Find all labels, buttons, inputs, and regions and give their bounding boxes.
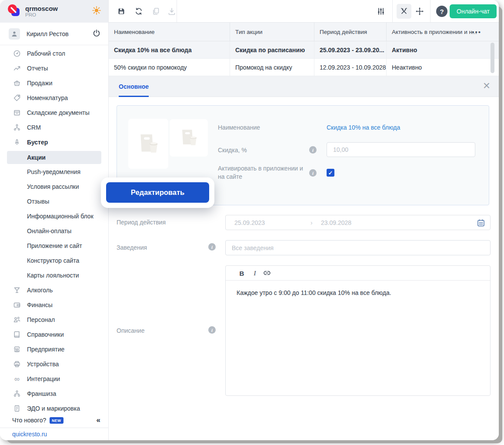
move-arrows-icon[interactable] (415, 7, 424, 16)
user-avatar-icon (9, 28, 20, 40)
storefront-icon (13, 345, 21, 353)
sidebar-item-promotions[interactable]: Акции (7, 151, 101, 164)
table-row[interactable]: 50% скидки по промокоду Промокод на скид… (109, 59, 499, 76)
activate-checkbox[interactable]: ✓ (327, 169, 334, 177)
whats-new-label: Что нового? (12, 417, 46, 424)
sidebar-item-crm[interactable]: CRM (0, 120, 108, 135)
venues-input[interactable] (225, 240, 491, 255)
promo-name-link[interactable]: Скидка 10% на все блюда (327, 124, 400, 131)
sidebar-item-sales[interactable]: Продажи (0, 76, 108, 90)
dashboard-icon (13, 50, 21, 57)
quickresto-link[interactable]: quickresto.ru (12, 431, 47, 438)
column-header-type[interactable]: Тип акции (230, 23, 314, 41)
edit-button[interactable]: Редактировать (106, 182, 209, 203)
sidebar-item-reports[interactable]: Отчеты (0, 61, 108, 76)
sidebar-item-label: Финансы (27, 301, 53, 308)
sidebar-item-devices[interactable]: Устройства (0, 357, 108, 371)
franchise-network-icon (13, 390, 21, 398)
user-name: Кирилл Рестов (27, 30, 69, 37)
promo-photo[interactable] (170, 119, 208, 157)
discount-input[interactable] (327, 142, 475, 157)
editor-content: Наименование Скидка 10% на все блюда Ски… (109, 97, 499, 440)
close-icon[interactable]: × (483, 80, 490, 92)
period-to-value[interactable]: 23.09.2028 (321, 219, 351, 226)
sidebar-item-label: ЭДО и маркировка (27, 405, 80, 412)
reports-icon (13, 64, 21, 72)
sidebar-item-dashboard[interactable]: Рабочий стол (0, 46, 108, 61)
insert-link-icon[interactable] (262, 269, 272, 278)
collapse-sidebar-icon[interactable]: « (97, 416, 100, 425)
sidebar-item-mailing[interactable]: Условия рассылки (0, 179, 108, 194)
sidebar-item-integrations[interactable]: ∞ Интеграции (0, 371, 108, 386)
brand-text: qrmoscow PRO (25, 5, 58, 18)
editor-toolbar: B I (226, 266, 490, 281)
description-text[interactable]: Каждое утро с 9:00 до 11:00 скидка 10% н… (226, 281, 490, 395)
period-field-label: Период действия (117, 219, 166, 226)
sidebar-item-enterprise[interactable]: Предприятие (0, 342, 108, 357)
sidebar-item-loyalty-cards[interactable]: Карты лояльности (0, 268, 108, 283)
sidebar: qrmoscow PRO (0, 0, 109, 440)
editor-tab-bar: Основное × (109, 76, 499, 97)
italic-button[interactable]: I (250, 269, 260, 278)
tab-main[interactable]: Основное (119, 76, 149, 97)
download-icon[interactable] (167, 7, 177, 16)
cell-type: Скидка по расписанию (230, 41, 314, 58)
sidebar-item-label: Информационный блок (27, 213, 93, 220)
sidebar-item-nomenclature[interactable]: Номенклатура (0, 90, 108, 105)
status-badge: Неактивно (386, 59, 499, 76)
user-row[interactable]: Кирилл Рестов (0, 23, 108, 45)
sidebar-item-label: Конструктор сайта (27, 257, 79, 264)
column-header-name[interactable]: Наименование (109, 29, 230, 35)
help-icon[interactable]: ? (436, 6, 447, 17)
info-icon[interactable]: i (309, 169, 317, 177)
table-scrollbar[interactable] (491, 43, 494, 73)
copy-icon[interactable] (151, 7, 161, 16)
sidebar-item-app-and-site[interactable]: Приложение и сайт (0, 238, 108, 253)
save-icon[interactable] (117, 7, 126, 16)
sidebar-footer: Что нового? NEW « quickresto.ru (0, 413, 108, 440)
promo-photo[interactable] (128, 119, 168, 169)
brand-name: qrmoscow (25, 5, 58, 12)
sidebar-item-directories[interactable]: Справочники (0, 327, 108, 342)
sidebar-item-alcohol[interactable]: Алкоголь (0, 283, 108, 298)
tools-hammer-wrench-icon[interactable] (397, 4, 411, 19)
info-icon[interactable]: i (208, 243, 216, 251)
info-icon[interactable]: i (309, 146, 317, 154)
sales-basket-icon (13, 79, 21, 87)
site-link-row: quickresto.ru (0, 428, 108, 440)
sidebar-item-label: Push-уведомления (27, 168, 80, 175)
sidebar-item-staff[interactable]: Персонал (0, 312, 108, 327)
filters-sliders-icon[interactable] (376, 7, 386, 16)
columns-menu-icon[interactable]: ••• (472, 23, 481, 41)
column-header-activity[interactable]: Активность в приложении и н... (386, 23, 499, 41)
sidebar-item-franchise[interactable]: Франшиза (0, 386, 108, 401)
theme-sun-icon[interactable] (92, 6, 101, 17)
sidebar-item-label: Акции (27, 154, 46, 161)
column-header-period[interactable]: Период действия (314, 23, 386, 41)
martini-glass-icon (13, 286, 21, 294)
sidebar-item-label: Карты лояльности (27, 272, 79, 279)
table-header: Наименование Тип акции Период действия А… (109, 23, 499, 41)
period-range-input[interactable]: 25.09.2023 › 23.09.2028 (225, 215, 491, 230)
sidebar-item-online-payments[interactable]: Онлайн-оплаты (0, 224, 108, 238)
refresh-icon[interactable] (134, 7, 144, 16)
sidebar-item-reviews[interactable]: Отзывы (0, 194, 108, 209)
table-row[interactable]: Скидка 10% на все блюда Скидка по распис… (109, 41, 499, 59)
sidebar-item-warehouse[interactable]: Складские документы (0, 105, 108, 120)
sidebar-item-finance[interactable]: Финансы (0, 298, 108, 312)
logout-power-icon[interactable] (93, 29, 100, 39)
sidebar-item-site-builder[interactable]: Конструктор сайта (0, 253, 108, 268)
sidebar-item-booster[interactable]: Бустер (0, 135, 108, 150)
bold-button[interactable]: B (237, 269, 247, 278)
sidebar-item-push[interactable]: Push-уведомления (0, 164, 108, 179)
status-badge: Активно (386, 41, 499, 58)
calendar-icon[interactable] (477, 218, 485, 229)
period-from-value[interactable]: 25.09.2023 (234, 219, 265, 226)
whats-new-row[interactable]: Что нового? NEW « (0, 413, 108, 428)
info-icon[interactable]: i (208, 326, 216, 334)
sidebar-item-infoblock[interactable]: Информационный блок (0, 209, 108, 224)
sidebar-item-edo[interactable]: ЭДО и маркировка (0, 401, 108, 412)
brand-plan: PRO (25, 12, 58, 17)
online-chat-button[interactable]: Онлайн-чат (450, 4, 497, 18)
wallet-icon (13, 301, 21, 309)
